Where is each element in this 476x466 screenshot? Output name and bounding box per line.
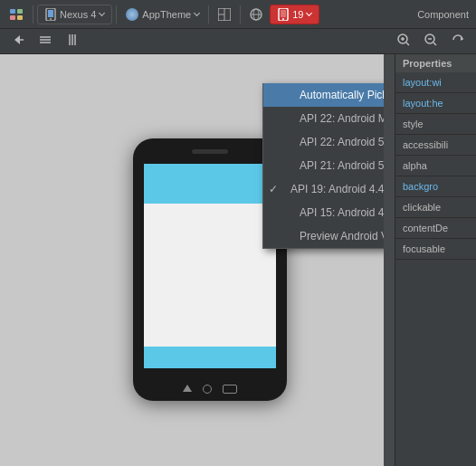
zoom-in-icon <box>396 33 411 47</box>
dropdown-item-auto[interactable]: Automatically Pick Best <box>263 83 384 107</box>
phone-action-bar <box>144 178 276 204</box>
separator4 <box>240 5 241 24</box>
api-label: 19 <box>292 9 303 20</box>
toolbar-row2 <box>0 29 476 54</box>
svg-marker-16 <box>14 35 20 44</box>
dropdown-item-label7: Preview Android Versions <box>300 230 384 243</box>
dropdown-item-api22m[interactable]: API 22: Android M (Preview) <box>263 107 384 130</box>
apptheme-chevron <box>194 10 200 16</box>
zoom-out-button[interactable] <box>420 31 442 52</box>
prop-content-description[interactable]: contentDe <box>395 218 476 239</box>
phone-status-bar: ▲ <box>144 164 276 178</box>
svg-rect-1 <box>17 9 23 14</box>
prop-layout-width[interactable]: layout:wi <box>395 72 476 93</box>
right-scrollbar-strip <box>384 54 395 466</box>
horiz-align-button[interactable] <box>62 31 83 52</box>
apptheme-label: AppTheme <box>142 9 191 20</box>
properties-panel: Properties layout:wi layout:he style acc… <box>395 54 476 466</box>
phone-home-btn <box>203 385 212 394</box>
svg-point-6 <box>50 18 52 20</box>
prop-style[interactable]: style <box>395 114 476 135</box>
vert-align-button[interactable] <box>34 31 56 52</box>
svg-rect-2 <box>10 15 15 20</box>
dropdown-item-label6: API 15: Android 4.0.3 <box>300 206 384 219</box>
dropdown-item-api22[interactable]: API 22: Android 5.1.1 <box>263 130 384 154</box>
api-chevron <box>306 10 312 16</box>
separator3 <box>208 5 209 24</box>
canvas-area: ▲ Automatically Pick Best <box>0 54 384 466</box>
main-area: ▲ Automatically Pick Best <box>0 54 476 466</box>
svg-line-27 <box>406 43 409 45</box>
dropdown-item-api21[interactable]: API 21: Android 5.0.1 <box>263 154 384 177</box>
separator1 <box>33 5 33 24</box>
svg-rect-14 <box>281 10 286 17</box>
api-selector[interactable]: 19 <box>270 5 319 24</box>
prop-background[interactable]: backgro <box>395 176 476 197</box>
horiz-align-icon <box>65 33 80 47</box>
dropdown-item-label4: API 21: Android 5.0.1 <box>300 159 384 172</box>
device-selector[interactable]: Nexus 4 <box>37 5 112 24</box>
separator2 <box>116 5 117 24</box>
device-chevron <box>99 10 105 16</box>
zoom-in-button[interactable] <box>393 31 414 52</box>
prop-clickable[interactable]: clickable <box>395 197 476 218</box>
phone-speaker <box>192 149 228 154</box>
phone-icon <box>45 8 56 21</box>
dropdown-item-label3: API 22: Android 5.1.1 <box>300 136 384 148</box>
dropdown-item-api19[interactable]: ✓ API 19: Android 4.4.2 <box>263 177 384 201</box>
refresh-button[interactable] <box>447 31 469 52</box>
svg-point-15 <box>282 18 284 20</box>
globe-button[interactable] <box>244 5 268 24</box>
phone-bottom-bar <box>144 347 276 368</box>
globe-icon <box>250 8 262 21</box>
phone-home-buttons <box>183 385 237 394</box>
svg-rect-0 <box>10 9 15 14</box>
apptheme-button[interactable]: AppTheme <box>120 5 205 24</box>
dropdown-item-api15[interactable]: API 15: Android 4.0.3 <box>263 201 384 224</box>
phone-back-btn <box>183 385 192 392</box>
dropdown-item-label: Automatically Pick Best <box>300 89 384 101</box>
back-icon <box>11 33 25 47</box>
phone-screen: ▲ <box>144 164 276 368</box>
phone-recent-btn <box>223 385 237 394</box>
dropdown-item-label5: API 19: Android 4.4.2 <box>290 183 384 195</box>
apptheme-icon <box>126 8 138 21</box>
prop-alpha[interactable]: alpha <box>395 156 476 176</box>
properties-header: Properties <box>395 54 476 72</box>
back-button[interactable] <box>7 31 29 52</box>
dropdown-item-preview[interactable]: Preview Android Versions <box>263 224 384 248</box>
palette-icon <box>9 7 24 22</box>
phone-content <box>144 204 276 347</box>
component-label: Component <box>417 9 472 20</box>
dropdown-item-label2: API 22: Android M (Preview) <box>300 112 384 125</box>
svg-line-30 <box>433 43 436 45</box>
palette-button[interactable] <box>4 5 29 24</box>
prop-layout-height[interactable]: layout:he <box>395 93 476 114</box>
toolbar-row1: Nexus 4 AppTheme 19 Component <box>0 0 476 29</box>
api-dropdown-menu[interactable]: Automatically Pick Best API 22: Android … <box>262 83 384 249</box>
align-icon <box>38 33 52 47</box>
svg-rect-3 <box>17 15 23 20</box>
device-label: Nexus 4 <box>60 9 96 20</box>
api-phone-icon <box>278 8 289 21</box>
layout-button[interactable] <box>213 5 236 24</box>
zoom-out-icon <box>424 33 438 47</box>
svg-rect-5 <box>48 10 53 17</box>
prop-accessibility[interactable]: accessibili <box>395 135 476 156</box>
refresh-icon <box>451 33 465 47</box>
layout-icon <box>218 8 231 21</box>
prop-focusable[interactable]: focusable <box>395 239 476 260</box>
check-mark: ✓ <box>269 183 283 195</box>
